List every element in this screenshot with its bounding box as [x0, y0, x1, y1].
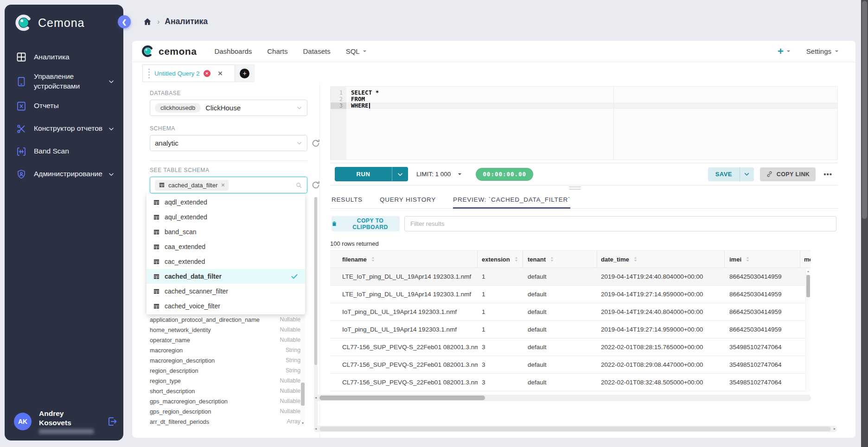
column-header-date_time[interactable]: date_time — [597, 251, 725, 268]
sort-icon[interactable] — [746, 256, 750, 262]
results-tab-results[interactable]: RESULTS — [332, 191, 363, 208]
column-header-tenant[interactable]: tenant — [523, 251, 597, 268]
code-line: SELECT * — [346, 89, 837, 96]
editor-code-area[interactable]: SELECT *FROMWHERE — [346, 87, 837, 160]
run-button[interactable]: RUN — [335, 167, 392, 181]
check-icon — [290, 272, 299, 281]
dropdown-item-cached_voice_filter[interactable]: cached_voice_filter — [147, 299, 305, 313]
run-options-button[interactable] — [392, 167, 408, 181]
limit-dropdown[interactable]: LIMIT: 1 000 — [416, 171, 462, 178]
save-button[interactable]: SAVE — [708, 167, 740, 181]
results-tab-query-history[interactable]: QUERY HISTORY — [380, 191, 436, 208]
sidebar-item-administration[interactable]: Администрирование — [16, 166, 117, 182]
table-columns-list: application_protocol_and_direction_nameN… — [150, 314, 300, 427]
column-header-imei[interactable]: imei — [725, 251, 800, 268]
chevron-down-icon[interactable] — [108, 171, 115, 178]
selected-table-chip[interactable]: cached_data_filter ✕ — [155, 180, 229, 191]
dropdown-item-cached_scanner_filter[interactable]: cached_scanner_filter — [147, 284, 305, 299]
breadcrumb: › Аналитика — [143, 17, 208, 26]
app-nav-sql[interactable]: SQL — [346, 47, 367, 55]
table-cell: LTE_IoT_ping_DL_UL_19Apr14 192303.1.nmf — [330, 268, 478, 285]
sort-icon[interactable] — [550, 256, 554, 262]
remove-chip-icon[interactable]: ✕ — [221, 182, 225, 188]
dropdown-item-aqul_extended[interactable]: aqul_extended — [147, 210, 305, 224]
close-tab-icon[interactable]: ✕ — [218, 70, 223, 77]
query-tab[interactable]: Untitled Query 2 ✕ ✕ — [142, 64, 235, 82]
sort-icon[interactable] — [633, 256, 638, 262]
pane-horizontal-scrollbar[interactable]: ◂ ▸ — [313, 426, 837, 432]
copy-link-button[interactable]: COPY LINK — [760, 167, 816, 181]
scroll-left-arrow-icon[interactable]: ◂ — [315, 426, 317, 432]
sidebar-item-label: Band Scan — [34, 147, 69, 156]
save-options-button[interactable] — [740, 167, 754, 181]
avatar[interactable]: AK — [14, 413, 32, 430]
user-block[interactable]: AK Andrey Kosovets — [14, 409, 118, 434]
dropdown-item-aqdl_extended[interactable]: aqdl_extended — [147, 195, 305, 210]
table-schema-select[interactable]: cached_data_filter ✕ — [150, 177, 307, 193]
refresh-schema-icon[interactable] — [311, 138, 321, 148]
dropdown-item-label: cached_voice_filter — [165, 302, 220, 310]
scrollbar-thumb[interactable] — [301, 383, 305, 406]
dropdown-item-cached_data_filter[interactable]: cached_data_filter — [147, 269, 305, 284]
drag-handle-icon[interactable] — [147, 69, 151, 78]
column-header-label: filename — [342, 256, 367, 263]
column-header-filename[interactable]: filename — [330, 251, 478, 268]
scroll-down-arrow-icon[interactable]: ▾ — [300, 421, 305, 425]
scrollbar-thumb[interactable] — [806, 275, 810, 297]
dropdown-item-caa_extended[interactable]: caa_extended — [147, 239, 305, 254]
dropdown-item-cac_extended[interactable]: cac_extended — [147, 254, 305, 269]
chevron-down-icon[interactable] — [108, 125, 115, 133]
sidebar-item-band-scan[interactable]: Band Scan — [16, 144, 117, 160]
caret-down-icon — [363, 50, 367, 53]
sidebar-item-reports[interactable]: Отчеты — [16, 98, 117, 114]
column-type: Nullable — [277, 377, 300, 384]
app-nav-charts[interactable]: Charts — [267, 47, 287, 55]
browser-scrollbar[interactable] — [861, 0, 868, 447]
table-vertical-scrollbar[interactable]: ▴ — [805, 268, 811, 392]
sidebar-item-device-management[interactable]: Управление устройствами — [16, 72, 117, 91]
scroll-right-arrow-icon[interactable]: ▸ — [834, 426, 836, 432]
scrollbar-thumb[interactable] — [862, 1, 867, 219]
columns-scrollbar[interactable]: ▾ — [300, 314, 305, 426]
sidebar-item-report-builder[interactable]: Конструктор отчетов — [16, 121, 117, 137]
run-button-group: RUN — [335, 167, 408, 181]
column-type: Nullable — [277, 316, 300, 323]
sidebar-item-analytics[interactable]: Аналитика — [16, 49, 117, 65]
table-row: LTE_IoT_ping_DL_UL_19Apr14 192303.1.nmf1… — [330, 268, 811, 286]
breadcrumb-current-page: Аналитика — [165, 17, 208, 26]
sidebar-collapse-button[interactable]: ❮ — [118, 15, 131, 28]
sort-icon[interactable] — [514, 256, 518, 262]
scrollbar-thumb[interactable] — [314, 197, 317, 365]
scroll-up-arrow-icon[interactable]: ▴ — [806, 269, 811, 273]
app-nav-dashboards[interactable]: Dashboards — [214, 47, 252, 55]
table-horizontal-scrollbar[interactable]: ◂ — [313, 395, 811, 401]
table-cell: 354985102747064 — [725, 356, 800, 373]
add-new-button[interactable]: + — [778, 46, 791, 57]
filter-results-input[interactable] — [404, 216, 836, 231]
logout-icon[interactable] — [107, 416, 118, 427]
app-nav-datasets[interactable]: Datasets — [303, 47, 330, 55]
scrollbar-thumb[interactable] — [319, 427, 831, 431]
settings-menu[interactable]: Settings — [806, 47, 839, 55]
copy-to-clipboard-button[interactable]: COPY TO CLIPBOARD — [332, 216, 400, 231]
results-tab-preview[interactable]: PREVIEW: `CACHED_DATA_FILTER` — [453, 191, 570, 208]
dropdown-item-band_scan[interactable]: band_scan — [147, 224, 305, 239]
table-icon — [153, 273, 160, 280]
grid-icon — [16, 51, 27, 63]
app-brand[interactable]: cemona — [132, 45, 197, 57]
chevron-down-icon[interactable] — [108, 78, 115, 85]
database-select[interactable]: clickhousedb ClickHouse — [150, 100, 307, 116]
sort-icon[interactable] — [371, 256, 375, 262]
add-query-tab-button[interactable]: + — [235, 64, 255, 82]
column-header-extension[interactable]: extension — [478, 251, 523, 268]
more-options-button[interactable]: ••• — [822, 170, 834, 178]
app-header: cemona DashboardsChartsDatasetsSQL + Set… — [132, 41, 855, 62]
column-header-me[interactable]: me — [800, 251, 811, 268]
sql-editor[interactable]: 123 SELECT *FROMWHERE — [330, 86, 838, 160]
pane-splitter-handle[interactable] — [569, 186, 581, 190]
refresh-tables-icon[interactable] — [311, 180, 321, 190]
schema-select[interactable]: analytic — [150, 135, 307, 151]
scroll-left-arrow-icon[interactable]: ◂ — [315, 395, 317, 401]
home-icon[interactable] — [143, 17, 152, 26]
scrollbar-thumb[interactable] — [319, 396, 485, 400]
